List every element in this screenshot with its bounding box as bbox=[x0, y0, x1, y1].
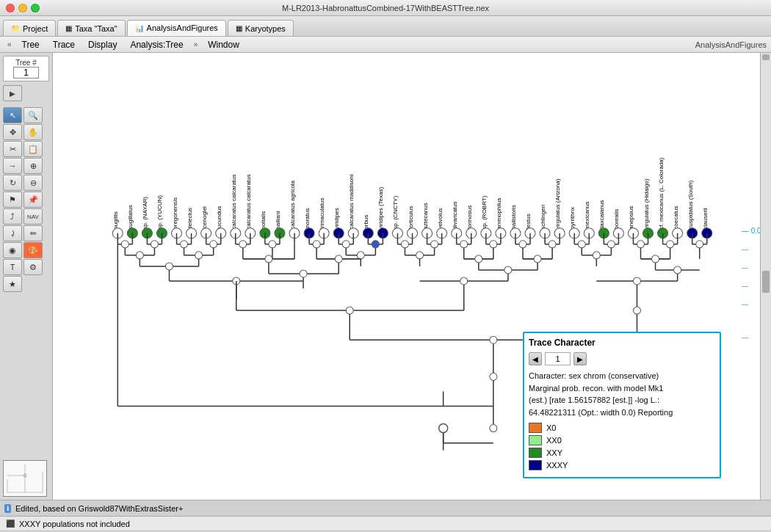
misc-tool[interactable]: ⚙ bbox=[23, 259, 43, 275]
svg-text:—: — bbox=[742, 264, 749, 272]
menu-trace[interactable]: Trace bbox=[47, 38, 81, 51]
right-scrollbar[interactable] bbox=[760, 53, 771, 500]
zoom-out-tool[interactable]: ⊖ bbox=[23, 175, 43, 191]
legend-label-xxy: XXY bbox=[546, 448, 562, 457]
svg-point-145 bbox=[136, 252, 143, 259]
menu-window[interactable]: Window bbox=[202, 38, 245, 51]
svg-point-268 bbox=[490, 425, 497, 432]
menu-arrow-left[interactable]: « bbox=[4, 39, 15, 50]
trace-prev-button[interactable]: ◀ bbox=[529, 352, 542, 365]
svg-point-272 bbox=[439, 424, 448, 433]
svg-text:—: — bbox=[742, 301, 749, 308]
zoom-tool[interactable]: 🔍 bbox=[23, 107, 43, 123]
menu-display[interactable]: Display bbox=[82, 38, 123, 51]
svg-text:tlaxcalanus: tlaxcalanus bbox=[598, 200, 605, 230]
paste-tool[interactable]: 📋 bbox=[23, 141, 43, 157]
svg-point-139 bbox=[121, 241, 128, 248]
svg-text:jucundus: jucundus bbox=[216, 206, 222, 230]
branch-tool[interactable]: ⤴ bbox=[3, 208, 22, 225]
svg-text:calcaratus agricola: calcaratus agricola bbox=[289, 180, 296, 229]
label-tool[interactable]: NAV bbox=[23, 208, 43, 225]
trace-popup-title: Trace Character bbox=[529, 338, 715, 348]
pointer-tool[interactable]: → bbox=[3, 158, 22, 174]
flag-tool[interactable]: ⚑ bbox=[3, 192, 22, 208]
menu-arrow-right[interactable]: » bbox=[191, 39, 201, 50]
status-text: Edited, based on Griswold87WithExtrasSis… bbox=[15, 504, 183, 513]
svg-point-230 bbox=[696, 241, 703, 248]
title-bar: M-LR2013-HabronattusCombined-17WithBEAST… bbox=[0, 0, 771, 16]
legend-color-xx0 bbox=[529, 435, 542, 445]
svg-point-215 bbox=[607, 241, 615, 248]
svg-point-164 bbox=[265, 255, 272, 263]
svg-point-258 bbox=[490, 336, 497, 343]
svg-point-170 bbox=[342, 241, 350, 248]
connect-tool[interactable]: ⤸ bbox=[3, 225, 22, 241]
info-bar-1: ⬛ XXXY populations not included bbox=[0, 516, 771, 531]
minimize-button[interactable] bbox=[18, 4, 27, 12]
svg-text:— 0.0: — 0.0 bbox=[742, 227, 760, 235]
tab-analysis[interactable]: 📊 AnalysisAndFigures bbox=[127, 20, 226, 36]
svg-text:delectus: delectus bbox=[187, 208, 193, 230]
svg-point-262 bbox=[490, 373, 497, 380]
tab-project[interactable]: 📁 Project bbox=[3, 20, 56, 36]
menu-analysis-tree[interactable]: Analysis:Tree bbox=[124, 38, 189, 51]
canvas-area[interactable]: pugillis sugillatus sp. (NAYAR) sp. (YUC… bbox=[53, 53, 760, 500]
svg-text:cuspidatus (South): cuspidatus (South) bbox=[687, 181, 694, 230]
text-tool[interactable]: T bbox=[3, 259, 22, 275]
svg-text:ballistoris: ballistoris bbox=[510, 205, 517, 229]
menu-tree[interactable]: Tree bbox=[16, 38, 46, 51]
rotate-tool[interactable]: ↻ bbox=[3, 175, 22, 191]
hand-tool[interactable]: ✋ bbox=[23, 124, 43, 140]
legend-xxxy: XXXY bbox=[529, 460, 715, 470]
color-tool[interactable]: 🎨 bbox=[23, 242, 43, 258]
maximize-button[interactable] bbox=[31, 4, 40, 12]
zoom-in-tool[interactable]: ⊕ bbox=[23, 158, 43, 174]
legend-label-xxxy: XXXY bbox=[546, 461, 568, 470]
menu-bar: « Tree Trace Display Analysis:Tree » Win… bbox=[0, 37, 771, 53]
svg-point-245 bbox=[460, 277, 468, 285]
svg-point-239 bbox=[165, 263, 173, 270]
svg-text:—: — bbox=[742, 334, 749, 341]
legend-label-xx0: XX0 bbox=[546, 436, 562, 445]
svg-text:pyrrithrix: pyrrithrix bbox=[569, 207, 576, 230]
svg-point-236 bbox=[633, 277, 640, 285]
svg-point-203 bbox=[549, 241, 556, 248]
svg-point-206 bbox=[534, 255, 541, 263]
svg-point-251 bbox=[346, 307, 353, 314]
svg-point-255 bbox=[633, 307, 640, 314]
edit-tool[interactable]: ✏ bbox=[23, 225, 43, 241]
tab-karyotypes[interactable]: ▦ Karyotypes bbox=[228, 20, 294, 36]
tree-number-box: Tree # bbox=[3, 56, 49, 81]
trace-next-button[interactable]: ▶ bbox=[573, 352, 587, 365]
svg-text:—: — bbox=[742, 246, 749, 253]
svg-text:—: — bbox=[742, 283, 749, 290]
close-button[interactable] bbox=[6, 4, 15, 12]
trace-description: Character: sex chrom (conservative) Marg… bbox=[529, 370, 715, 418]
tree-number-label: Tree # bbox=[6, 59, 46, 67]
trace-number-input[interactable] bbox=[545, 352, 571, 365]
svg-text:aztecanus: aztecanus bbox=[422, 203, 429, 230]
cut-tool[interactable]: ✂ bbox=[3, 141, 22, 157]
pin-tool[interactable]: 📌 bbox=[23, 192, 43, 208]
svg-text:viridipes (Texas): viridipes (Texas) bbox=[377, 187, 384, 230]
window-controls[interactable] bbox=[6, 4, 40, 12]
svg-text:ammophilus: ammophilus bbox=[496, 198, 502, 230]
move-tool[interactable]: ✥ bbox=[3, 124, 22, 140]
svg-text:orbus: orbus bbox=[363, 215, 369, 230]
svg-text:borealis: borealis bbox=[613, 209, 620, 230]
select-tool[interactable]: ↖ bbox=[3, 107, 22, 123]
tree-number-input[interactable] bbox=[13, 67, 39, 79]
node-tool[interactable]: ◉ bbox=[3, 242, 22, 258]
svg-text:formosus: formosus bbox=[466, 205, 473, 230]
svg-point-188 bbox=[416, 252, 424, 259]
svg-text:virgulatus (Arizona): virgulatus (Arizona) bbox=[554, 178, 561, 229]
svg-text:notialis: notialis bbox=[260, 211, 267, 230]
star-tool[interactable]: ★ bbox=[3, 276, 22, 292]
tab-taxa[interactable]: ▦ Taxa "Taxa" bbox=[57, 20, 125, 36]
svg-point-194 bbox=[490, 241, 497, 248]
svg-text:calcaratus calcaratus: calcaratus calcaratus bbox=[245, 174, 252, 229]
svg-text:sp. (NAYAR): sp. (NAYAR) bbox=[142, 197, 148, 230]
play-button[interactable]: ▶ bbox=[3, 85, 22, 101]
svg-text:oregonensis: oregonensis bbox=[172, 197, 178, 230]
svg-text:sp. (CNCTY): sp. (CNCTY) bbox=[392, 196, 399, 230]
